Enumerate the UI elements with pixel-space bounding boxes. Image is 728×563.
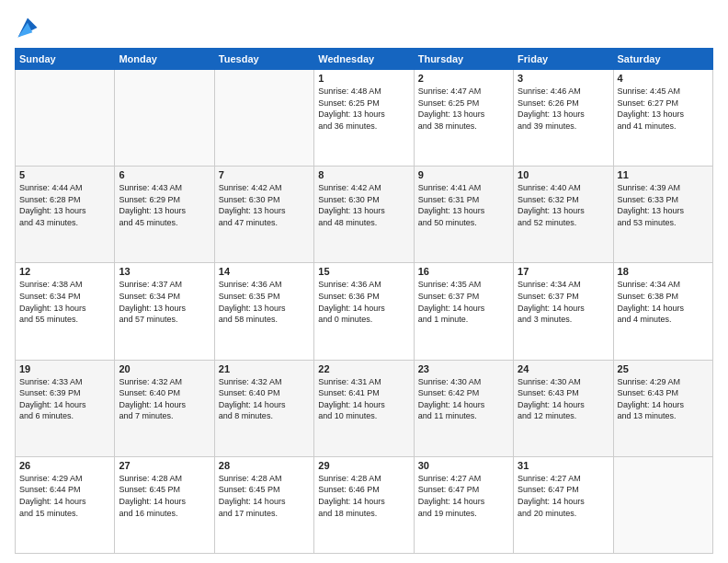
calendar-day-16: 16Sunrise: 4:35 AM Sunset: 6:37 PM Dayli… (414, 263, 513, 360)
day-number: 13 (119, 266, 210, 277)
day-info: Sunrise: 4:44 AM Sunset: 6:28 PM Dayligh… (19, 182, 110, 228)
calendar-day-2: 2Sunrise: 4:47 AM Sunset: 6:25 PM Daylig… (414, 70, 513, 167)
day-number: 3 (518, 73, 609, 84)
calendar-table: SundayMondayTuesdayWednesdayThursdayFrid… (15, 48, 713, 554)
day-info: Sunrise: 4:33 AM Sunset: 6:39 PM Dayligh… (19, 376, 110, 422)
calendar-day-29: 29Sunrise: 4:28 AM Sunset: 6:46 PM Dayli… (314, 456, 414, 553)
day-number: 17 (518, 266, 609, 277)
day-info: Sunrise: 4:28 AM Sunset: 6:45 PM Dayligh… (119, 473, 210, 519)
col-header-monday: Monday (115, 49, 214, 70)
calendar-day-1: 1Sunrise: 4:48 AM Sunset: 6:25 PM Daylig… (314, 70, 414, 167)
calendar-day-21: 21Sunrise: 4:32 AM Sunset: 6:40 PM Dayli… (214, 360, 313, 456)
day-info: Sunrise: 4:32 AM Sunset: 6:40 PM Dayligh… (119, 376, 210, 422)
logo-icon (15, 15, 40, 40)
day-info: Sunrise: 4:34 AM Sunset: 6:37 PM Dayligh… (518, 279, 609, 325)
day-number: 8 (318, 169, 409, 180)
calendar-header-row: SundayMondayTuesdayWednesdayThursdayFrid… (16, 49, 713, 70)
day-number: 30 (418, 460, 509, 471)
day-number: 12 (19, 266, 110, 277)
day-info: Sunrise: 4:47 AM Sunset: 6:25 PM Dayligh… (418, 86, 509, 132)
empty-cell (115, 70, 214, 167)
day-number: 28 (219, 460, 310, 471)
calendar-day-15: 15Sunrise: 4:36 AM Sunset: 6:36 PM Dayli… (314, 263, 414, 360)
logo (15, 15, 44, 40)
calendar-day-13: 13Sunrise: 4:37 AM Sunset: 6:34 PM Dayli… (115, 263, 214, 360)
day-number: 6 (119, 169, 210, 180)
day-number: 26 (19, 460, 110, 471)
day-info: Sunrise: 4:32 AM Sunset: 6:40 PM Dayligh… (219, 376, 310, 422)
col-header-wednesday: Wednesday (314, 49, 414, 70)
calendar-day-6: 6Sunrise: 4:43 AM Sunset: 6:29 PM Daylig… (115, 167, 214, 263)
calendar-day-31: 31Sunrise: 4:27 AM Sunset: 6:47 PM Dayli… (514, 456, 613, 553)
header (15, 15, 713, 40)
page: SundayMondayTuesdayWednesdayThursdayFrid… (0, 0, 728, 563)
day-info: Sunrise: 4:29 AM Sunset: 6:43 PM Dayligh… (618, 376, 709, 422)
day-number: 24 (518, 363, 609, 374)
day-info: Sunrise: 4:42 AM Sunset: 6:30 PM Dayligh… (219, 182, 310, 228)
calendar-day-27: 27Sunrise: 4:28 AM Sunset: 6:45 PM Dayli… (115, 456, 214, 553)
day-number: 27 (119, 460, 210, 471)
day-info: Sunrise: 4:31 AM Sunset: 6:41 PM Dayligh… (318, 376, 409, 422)
calendar-day-5: 5Sunrise: 4:44 AM Sunset: 6:28 PM Daylig… (16, 167, 115, 263)
calendar-day-14: 14Sunrise: 4:36 AM Sunset: 6:35 PM Dayli… (214, 263, 313, 360)
day-info: Sunrise: 4:41 AM Sunset: 6:31 PM Dayligh… (418, 182, 509, 228)
day-info: Sunrise: 4:29 AM Sunset: 6:44 PM Dayligh… (19, 473, 110, 519)
day-info: Sunrise: 4:42 AM Sunset: 6:30 PM Dayligh… (318, 182, 409, 228)
day-info: Sunrise: 4:30 AM Sunset: 6:42 PM Dayligh… (418, 376, 509, 422)
day-info: Sunrise: 4:38 AM Sunset: 6:34 PM Dayligh… (19, 279, 110, 325)
calendar-day-10: 10Sunrise: 4:40 AM Sunset: 6:32 PM Dayli… (514, 167, 613, 263)
col-header-tuesday: Tuesday (214, 49, 313, 70)
day-number: 4 (618, 73, 709, 84)
calendar-day-17: 17Sunrise: 4:34 AM Sunset: 6:37 PM Dayli… (514, 263, 613, 360)
day-number: 22 (318, 363, 409, 374)
col-header-saturday: Saturday (613, 49, 712, 70)
day-info: Sunrise: 4:43 AM Sunset: 6:29 PM Dayligh… (119, 182, 210, 228)
day-number: 1 (318, 73, 409, 84)
day-info: Sunrise: 4:27 AM Sunset: 6:47 PM Dayligh… (418, 473, 509, 519)
calendar-week-row: 26Sunrise: 4:29 AM Sunset: 6:44 PM Dayli… (16, 456, 713, 553)
calendar-week-row: 19Sunrise: 4:33 AM Sunset: 6:39 PM Dayli… (16, 360, 713, 456)
calendar-day-4: 4Sunrise: 4:45 AM Sunset: 6:27 PM Daylig… (613, 70, 712, 167)
day-info: Sunrise: 4:28 AM Sunset: 6:45 PM Dayligh… (219, 473, 310, 519)
empty-cell (214, 70, 313, 167)
day-info: Sunrise: 4:36 AM Sunset: 6:35 PM Dayligh… (219, 279, 310, 325)
calendar-day-18: 18Sunrise: 4:34 AM Sunset: 6:38 PM Dayli… (613, 263, 712, 360)
calendar-day-30: 30Sunrise: 4:27 AM Sunset: 6:47 PM Dayli… (414, 456, 513, 553)
day-number: 5 (19, 169, 110, 180)
day-number: 16 (418, 266, 509, 277)
col-header-thursday: Thursday (414, 49, 513, 70)
day-number: 23 (418, 363, 509, 374)
day-number: 11 (618, 169, 709, 180)
day-number: 19 (19, 363, 110, 374)
day-number: 21 (219, 363, 310, 374)
day-number: 15 (318, 266, 409, 277)
calendar-week-row: 1Sunrise: 4:48 AM Sunset: 6:25 PM Daylig… (16, 70, 713, 167)
day-number: 18 (618, 266, 709, 277)
calendar-day-9: 9Sunrise: 4:41 AM Sunset: 6:31 PM Daylig… (414, 167, 513, 263)
day-info: Sunrise: 4:48 AM Sunset: 6:25 PM Dayligh… (318, 86, 409, 132)
day-number: 31 (518, 460, 609, 471)
day-number: 29 (318, 460, 409, 471)
day-number: 10 (518, 169, 609, 180)
day-info: Sunrise: 4:36 AM Sunset: 6:36 PM Dayligh… (318, 279, 409, 325)
calendar-day-12: 12Sunrise: 4:38 AM Sunset: 6:34 PM Dayli… (16, 263, 115, 360)
day-number: 25 (618, 363, 709, 374)
calendar-day-19: 19Sunrise: 4:33 AM Sunset: 6:39 PM Dayli… (16, 360, 115, 456)
day-info: Sunrise: 4:35 AM Sunset: 6:37 PM Dayligh… (418, 279, 509, 325)
day-number: 14 (219, 266, 310, 277)
day-info: Sunrise: 4:39 AM Sunset: 6:33 PM Dayligh… (618, 182, 709, 228)
calendar-day-20: 20Sunrise: 4:32 AM Sunset: 6:40 PM Dayli… (115, 360, 214, 456)
calendar-week-row: 5Sunrise: 4:44 AM Sunset: 6:28 PM Daylig… (16, 167, 713, 263)
calendar-day-8: 8Sunrise: 4:42 AM Sunset: 6:30 PM Daylig… (314, 167, 414, 263)
day-info: Sunrise: 4:28 AM Sunset: 6:46 PM Dayligh… (318, 473, 409, 519)
calendar-day-3: 3Sunrise: 4:46 AM Sunset: 6:26 PM Daylig… (514, 70, 613, 167)
day-info: Sunrise: 4:46 AM Sunset: 6:26 PM Dayligh… (518, 86, 609, 132)
day-number: 20 (119, 363, 210, 374)
calendar-day-28: 28Sunrise: 4:28 AM Sunset: 6:45 PM Dayli… (214, 456, 313, 553)
col-header-friday: Friday (514, 49, 613, 70)
col-header-sunday: Sunday (16, 49, 115, 70)
day-info: Sunrise: 4:30 AM Sunset: 6:43 PM Dayligh… (518, 376, 609, 422)
calendar-day-7: 7Sunrise: 4:42 AM Sunset: 6:30 PM Daylig… (214, 167, 313, 263)
calendar-day-22: 22Sunrise: 4:31 AM Sunset: 6:41 PM Dayli… (314, 360, 414, 456)
day-info: Sunrise: 4:27 AM Sunset: 6:47 PM Dayligh… (518, 473, 609, 519)
